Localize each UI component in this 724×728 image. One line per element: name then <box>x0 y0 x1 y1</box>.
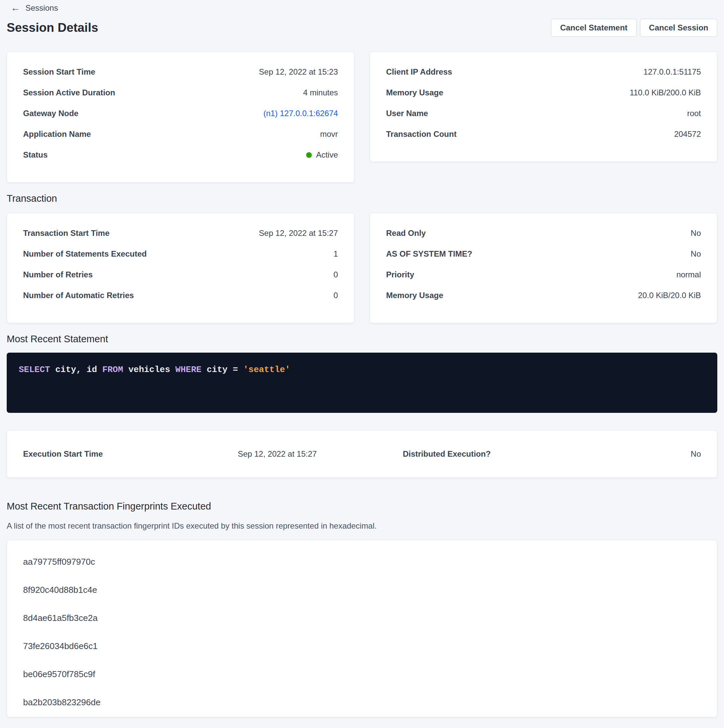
cancel-session-button[interactable]: Cancel Session <box>640 19 717 37</box>
row-label: Execution Start Time <box>23 449 193 459</box>
row-value: No <box>690 228 701 238</box>
row-label: Number of Statements Executed <box>23 249 147 258</box>
row-value: 0 <box>334 291 338 300</box>
row-value: 20.0 KiB/20.0 KiB <box>638 291 701 300</box>
summary-row: Number of Retries 0 <box>23 270 338 279</box>
row-label: Priority <box>386 270 414 279</box>
row-value: Sep 12, 2022 at 15:27 <box>193 449 362 459</box>
statement-section-heading: Most Recent Statement <box>7 334 717 344</box>
session-summary-row: Session Start Time Sep 12, 2022 at 15:23… <box>7 52 717 183</box>
fingerprints-description: A list of the most recent transaction fi… <box>7 521 717 531</box>
row-label: Number of Automatic Retries <box>23 291 134 300</box>
row-value: Sep 12, 2022 at 15:23 <box>259 67 338 76</box>
row-label: User Name <box>386 109 428 118</box>
summary-row: AS OF SYSTEM TIME? No <box>386 249 701 258</box>
transaction-config-card: Read Only No AS OF SYSTEM TIME? No Prior… <box>370 213 717 323</box>
row-value: 110.0 KiB/200.0 KiB <box>630 88 701 97</box>
row-label: Transaction Start Time <box>23 228 109 238</box>
row-value: No <box>690 249 701 258</box>
row-label: Session Active Duration <box>23 88 115 97</box>
summary-row: Transaction Count 204572 <box>386 130 701 139</box>
summary-row: Memory Usage 20.0 KiB/20.0 KiB <box>386 291 701 300</box>
summary-row: Number of Automatic Retries 0 <box>23 291 338 300</box>
session-details-page: ← Sessions Session Details Cancel Statem… <box>0 0 724 717</box>
summary-row: Read Only No <box>386 228 701 238</box>
status-active-dot-icon <box>306 152 312 158</box>
row-label: Gateway Node <box>23 109 78 118</box>
sql-string-literal: 'seattle' <box>243 365 290 375</box>
summary-row: Session Active Duration 4 minutes <box>23 88 338 97</box>
status-value: Active <box>316 150 338 160</box>
summary-row: Client IP Address 127.0.0.1:51175 <box>386 67 701 76</box>
title-row: Session Details Cancel Statement Cancel … <box>7 18 717 37</box>
summary-row: Priority normal <box>386 270 701 279</box>
breadcrumb-back-sessions[interactable]: ← Sessions <box>7 0 62 13</box>
back-arrow-icon: ← <box>11 3 20 13</box>
sql-text: vehicles <box>123 365 175 375</box>
fingerprint-list-item: 8f920c40d88b1c4e <box>23 585 701 595</box>
fingerprint-list-item: be06e9570f785c9f <box>23 670 701 679</box>
session-info-card: Session Start Time Sep 12, 2022 at 15:23… <box>7 52 354 183</box>
fingerprint-list-item: aa79775ff097970c <box>23 557 701 566</box>
row-value: 127.0.0.1:51175 <box>643 67 701 76</box>
summary-row: Number of Statements Executed 1 <box>23 249 338 258</box>
row-label: Read Only <box>386 228 426 238</box>
row-label: Client IP Address <box>386 67 452 76</box>
row-label: Number of Retries <box>23 270 93 279</box>
row-value: 1 <box>334 249 338 258</box>
row-value: normal <box>677 270 701 279</box>
sql-text: city = <box>201 365 243 375</box>
row-label: Memory Usage <box>386 88 443 97</box>
row-value: 0 <box>334 270 338 279</box>
fingerprints-card: aa79775ff097970c 8f920c40d88b1c4e 8d4ae6… <box>7 540 717 717</box>
fingerprint-list-item: ba2b203b823296de <box>23 697 701 707</box>
row-label: AS OF SYSTEM TIME? <box>386 249 472 258</box>
row-value: movr <box>320 130 338 139</box>
cancel-statement-button[interactable]: Cancel Statement <box>551 19 636 37</box>
sql-keyword: WHERE <box>175 365 201 375</box>
fingerprint-list-item: 73fe26034bd6e6c1 <box>23 641 701 651</box>
row-label: Memory Usage <box>386 291 443 300</box>
transaction-info-card: Transaction Start Time Sep 12, 2022 at 1… <box>7 213 354 323</box>
client-info-card: Client IP Address 127.0.0.1:51175 Memory… <box>370 52 717 162</box>
transaction-summary-row: Transaction Start Time Sep 12, 2022 at 1… <box>7 213 717 323</box>
fingerprint-list-item: 8d4ae61a5fb3ce2a <box>23 613 701 622</box>
status-badge: Active <box>306 150 338 160</box>
summary-row: Session Start Time Sep 12, 2022 at 15:23 <box>23 67 338 76</box>
row-value: root <box>687 109 701 118</box>
summary-row: Memory Usage 110.0 KiB/200.0 KiB <box>386 88 701 97</box>
summary-row: Status Active <box>23 150 338 160</box>
execution-info-card: Execution Start Time Sep 12, 2022 at 15:… <box>7 430 717 478</box>
row-value: 204572 <box>674 130 701 139</box>
row-value: 4 minutes <box>303 88 338 97</box>
sql-text: city, id <box>50 365 103 375</box>
summary-row: Application Name movr <box>23 130 338 139</box>
sql-statement-box: SELECT city, id FROM vehicles WHERE city… <box>7 353 717 413</box>
execution-row: Execution Start Time Sep 12, 2022 at 15:… <box>23 449 701 459</box>
summary-row: Transaction Start Time Sep 12, 2022 at 1… <box>23 228 338 238</box>
row-label: Session Start Time <box>23 67 95 76</box>
sql-statement: SELECT city, id FROM vehicles WHERE city… <box>19 364 705 375</box>
row-value: Sep 12, 2022 at 15:27 <box>259 228 338 238</box>
row-label: Transaction Count <box>386 130 457 139</box>
row-label: Distributed Execution? <box>362 449 532 459</box>
transaction-section-heading: Transaction <box>7 193 717 203</box>
gateway-node-link[interactable]: (n1) 127.0.0.1:62674 <box>263 109 338 118</box>
page-title: Session Details <box>7 21 98 34</box>
summary-row: Gateway Node (n1) 127.0.0.1:62674 <box>23 109 338 118</box>
row-label: Application Name <box>23 130 91 139</box>
row-value: No <box>532 449 701 459</box>
action-buttons: Cancel Statement Cancel Session <box>551 19 717 37</box>
sql-keyword: SELECT <box>19 365 50 375</box>
sql-keyword: FROM <box>103 365 123 375</box>
fingerprints-section-heading: Most Recent Transaction Fingerprints Exe… <box>7 501 717 511</box>
summary-row: User Name root <box>386 109 701 118</box>
breadcrumb-label: Sessions <box>25 3 58 13</box>
row-label: Status <box>23 150 47 160</box>
